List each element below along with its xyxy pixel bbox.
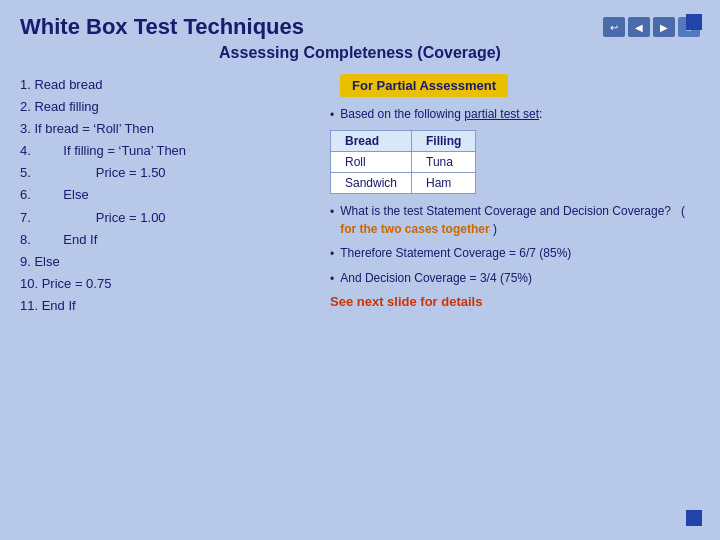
code-line-5: 5. Price = 1.50 xyxy=(20,162,310,184)
table-header-filling: Filling xyxy=(412,131,476,152)
bullet-2: • What is the test Statement Coverage an… xyxy=(330,202,700,238)
bullet-1-text: Based on the following partial test set: xyxy=(340,105,542,124)
content-area: 1. Read bread 2. Read filling 3. If brea… xyxy=(20,74,700,317)
code-line-2: 2. Read filling xyxy=(20,96,310,118)
bullet-3: • Therefore Statement Coverage = 6/7 (85… xyxy=(330,244,700,263)
title-bar: White Box Test Techniques ↩ ◀ ▶ ⌂ xyxy=(20,14,700,40)
bullet-1: • Based on the following partial test se… xyxy=(330,105,700,124)
table-cell-ham: Ham xyxy=(412,173,476,194)
table-cell-sandwich: Sandwich xyxy=(331,173,412,194)
partial-test-set-link[interactable]: partial test set xyxy=(464,107,539,121)
right-panel: For Partial Assessment • Based on the fo… xyxy=(330,74,700,317)
nav-next-icon[interactable]: ▶ xyxy=(653,17,675,37)
code-line-11: 11. End If xyxy=(20,295,310,317)
code-line-1: 1. Read bread xyxy=(20,74,310,96)
nav-back-icon[interactable]: ↩ xyxy=(603,17,625,37)
code-line-9: 9. Else xyxy=(20,251,310,273)
nav-prev-icon[interactable]: ◀ xyxy=(628,17,650,37)
slide-title: White Box Test Techniques xyxy=(20,14,304,40)
bullet-4-text: And Decision Coverage = 3/4 (75%) xyxy=(340,269,532,288)
table-cell-roll: Roll xyxy=(331,152,412,173)
test-table: Bread Filling Roll Tuna Sandwich Ham xyxy=(330,130,476,194)
slide-subtitle: Assessing Completeness (Coverage) xyxy=(20,44,700,62)
code-line-7: 7. Price = 1.00 xyxy=(20,207,310,229)
table-cell-tuna: Tuna xyxy=(412,152,476,173)
bullet-dot-2: • xyxy=(330,203,334,238)
code-line-8: 8. End If xyxy=(20,229,310,251)
left-panel: 1. Read bread 2. Read filling 3. If brea… xyxy=(20,74,310,317)
bullet-dot-4: • xyxy=(330,270,334,288)
code-line-4: 4. If filling = ‘Tuna’ Then xyxy=(20,140,310,162)
highlight-for-two-cases: for the two cases together xyxy=(340,222,489,236)
table-row-1: Roll Tuna xyxy=(331,152,476,173)
table-header-bread: Bread xyxy=(331,131,412,152)
bullet-3-text: Therefore Statement Coverage = 6/7 (85%) xyxy=(340,244,571,263)
bullet-4: • And Decision Coverage = 3/4 (75%) xyxy=(330,269,700,288)
table-row-2: Sandwich Ham xyxy=(331,173,476,194)
code-line-6: 6. Else xyxy=(20,184,310,206)
code-line-10: 10. Price = 0.75 xyxy=(20,273,310,295)
bullet-dot-1: • xyxy=(330,106,334,124)
bullet-2-text: What is the test Statement Coverage and … xyxy=(340,202,700,238)
bullet-dot-3: • xyxy=(330,245,334,263)
blue-square-top-right xyxy=(686,14,702,30)
for-partial-badge: For Partial Assessment xyxy=(340,74,508,97)
blue-square-bottom-right xyxy=(686,510,702,526)
see-next-label: See next slide for details xyxy=(330,294,700,309)
code-line-3: 3. If bread = ‘Roll’ Then xyxy=(20,118,310,140)
